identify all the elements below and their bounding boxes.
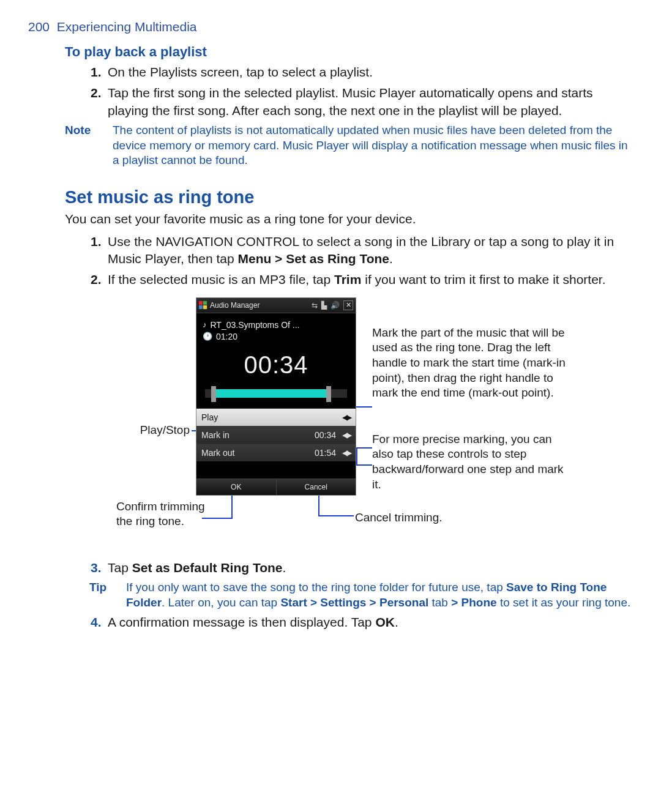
text-run: . [389,251,393,266]
step-text: Tap the first song in the selected playl… [108,86,593,117]
callout-mark: Mark the part of the music that will be … [372,326,574,401]
text-bold: Set as Default Ring Tone [132,561,283,575]
list-item: 2. If the selected music is an MP3 file,… [108,271,633,288]
list-item: 4. A confirmation message is then displa… [108,614,633,631]
track-duration: 01:20 [216,331,237,343]
softkey-cancel[interactable]: Cancel [276,479,356,495]
softkey-ok[interactable]: OK [196,479,276,495]
track-title-row: ♪ RT_03.Symptoms Of ... [203,319,349,331]
text-run: Tap [108,561,132,575]
step-text: If the selected music is an MP3 file, ta… [108,272,606,286]
callout-line [318,515,354,516]
callout-line [356,447,357,466]
list-item: 2. Tap the first song in the selected pl… [108,84,633,119]
section-intro: You can set your favorite music as a rin… [28,210,633,228]
step-text: Tap Set as Default Ring Tone. [108,561,286,575]
phone-titlebar: Audio Manager ⇆ ▙ 🔊 ✕ [196,298,356,313]
close-icon[interactable]: ✕ [343,300,353,310]
sync-icon: ⇆ [312,300,318,310]
callout-line [356,447,372,449]
text-run: . [283,561,286,575]
list-item: 1. Use the NAVIGATION CONTROL to select … [108,233,633,268]
step-text: On the Playlists screen, tap to select a… [108,65,373,79]
step-number: 1. [91,233,102,250]
text-run: . [395,615,398,629]
note-block: Note The content of playlists is not aut… [28,123,633,168]
step-number: 2. [91,84,102,102]
text-run: tab [428,596,451,609]
trim-handle-right[interactable] [326,386,331,402]
callout-precise: For more precise marking, you can also t… [372,432,574,493]
text-run: to set it as your ring tone. [497,596,631,609]
text-bold: OK [375,615,395,629]
list-item: 3. Tap Set as Default Ring Tone. [108,559,633,576]
note-body: The content of playlists is not automati… [113,123,633,168]
track-title: RT_03.Symptoms Of ... [211,319,300,331]
page-number: 200 [28,20,50,34]
subheading-playback: To play back a playlist [28,43,633,61]
svg-rect-0 [199,301,203,305]
text-run: . Later on, you can tap [162,596,280,609]
phone-screenshot: Audio Manager ⇆ ▙ 🔊 ✕ ♪ RT_03.Symptoms O… [196,297,356,496]
row-markout-value: 01:54 [315,447,336,459]
row-mark-out[interactable]: Mark out 01:54 ◀▶ [196,444,356,461]
step-number: 2. [91,271,102,288]
note-label: Note [65,123,113,168]
row-markin-value: 00:34 [315,430,336,441]
app-title: Audio Manager [210,300,260,310]
list-item: 1. On the Playlists screen, tap to selec… [108,64,633,81]
softkey-bar: OK Cancel [196,479,356,495]
step-number: 3. [91,559,102,576]
row-markout-label: Mark out [201,447,234,459]
text-bold: Trim [334,272,361,286]
signal-icon: ▙ [321,300,327,310]
music-note-icon: ♪ [203,319,207,330]
callout-line [356,464,372,466]
trim-handle-left[interactable] [211,386,216,402]
callout-cancel: Cancel trimming. [355,510,447,526]
svg-rect-1 [203,301,207,305]
svg-rect-2 [199,305,203,309]
text-bold: Start > Settings > Personal [280,596,428,609]
text-run: If the selected music is an MP3 file, ta… [108,272,334,286]
row-play[interactable]: Play ◀▶ [196,408,356,426]
ringtone-steps-cont: 3. Tap Set as Default Ring Tone. [28,559,633,576]
step-number: 4. [91,614,102,631]
section-heading-ringtone: Set music as ring tone [28,185,633,209]
step-text: A confirmation message is then displayed… [108,615,398,629]
windows-flag-icon [199,301,207,310]
spinner-icon[interactable]: ◀▶ [342,412,351,422]
spinner-icon[interactable]: ◀▶ [342,430,351,440]
row-play-label: Play [201,412,218,423]
callout-confirm: Confirm trimming the ring tone. [116,499,208,529]
ringtone-steps: 1. Use the NAVIGATION CONTROL to select … [28,233,633,289]
clock-icon: 🕐 [203,331,212,342]
spinner-icon[interactable]: ◀▶ [342,448,351,458]
status-tray: ⇆ ▙ 🔊 ✕ [312,300,353,310]
track-duration-row: 🕐 01:20 [203,331,349,343]
text-run: If you only want to save the song to the… [126,581,506,594]
track-info: ♪ RT_03.Symptoms Of ... 🕐 01:20 00:34 [196,313,356,409]
speaker-icon: 🔊 [330,300,340,310]
trim-slider[interactable] [205,386,347,402]
tip-label: Tip [89,580,126,610]
step-text: Use the NAVIGATION CONTROL to select a s… [108,234,614,266]
row-mark-in[interactable]: Mark in 00:34 ◀▶ [196,426,356,444]
text-bold: Menu > Set as Ring Tone [237,251,389,266]
playback-steps: 1. On the Playlists screen, tap to selec… [28,64,633,119]
chapter-title: Experiencing Multimedia [57,20,197,34]
row-markin-label: Mark in [201,430,230,441]
text-run: A confirmation message is then displayed… [108,615,375,629]
page-header: 200 Experiencing Multimedia [28,18,633,35]
tip-body: If you only want to save the song to the… [126,580,633,610]
figure-trim-ringtone: Audio Manager ⇆ ▙ 🔊 ✕ ♪ RT_03.Symptoms O… [73,297,588,548]
callout-playstop: Play/Stop [116,423,190,438]
trim-selection [212,389,330,398]
text-run: if you want to trim it first to make it … [361,272,605,286]
text-bold: > Phone [451,596,496,609]
current-time: 00:34 [203,348,349,381]
tip-block: Tip If you only want to save the song to… [28,580,633,610]
svg-rect-3 [203,305,207,309]
step-number: 1. [91,64,102,81]
ringtone-steps-end: 4. A confirmation message is then displa… [28,614,633,631]
